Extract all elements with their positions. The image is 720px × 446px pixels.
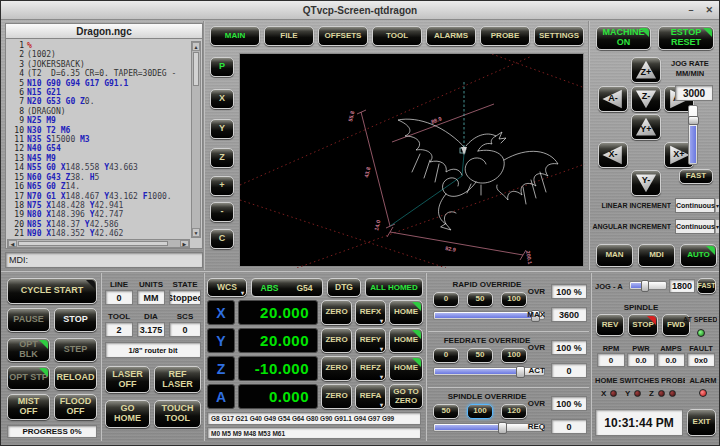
preview-zoom-in-button[interactable]: + (210, 176, 234, 196)
close-button[interactable]: ✕ (705, 5, 713, 15)
scroll-down-icon[interactable]: ▼ (192, 228, 200, 237)
scroll-thumb[interactable] (18, 241, 168, 246)
home-y-button[interactable]: HOME (389, 328, 423, 353)
jog-z-minus-button[interactable]: Z- (631, 86, 661, 112)
zero-a-button[interactable]: ZERO (321, 384, 352, 409)
goto-zero-button[interactable]: GO TO ZERO (389, 384, 423, 409)
angular-increment-select[interactable]: Continuous▾ (675, 219, 715, 234)
mode-mdi-button[interactable]: MDI (638, 244, 675, 267)
ref-y-button[interactable]: REFY▾ (355, 328, 386, 353)
jog-y-minus-button[interactable]: Y- (631, 170, 661, 196)
scroll-up-icon[interactable]: ▲ (192, 42, 200, 51)
program-step-button[interactable]: STEP (54, 338, 97, 362)
gcode-line-text: N85 X148.37 Y42.586 (27, 220, 119, 229)
zero-z-button[interactable]: ZERO (321, 356, 352, 381)
scroll-left-icon[interactable]: ◀ (8, 240, 17, 247)
dimension-lines (357, 104, 526, 260)
gcode-line-text: N80 X148.396 Y42.747 (27, 210, 123, 219)
gcode-vscrollbar[interactable]: ▲▼ (191, 41, 201, 238)
slider-handle[interactable] (498, 422, 507, 434)
dro-value-a: 0.000 (238, 384, 318, 409)
tab-main[interactable]: MAIN (210, 26, 260, 46)
gcode-lines[interactable]: 1%2(1002)3(JOKERSBACK)4(T2 D=6.35 CR=0. … (7, 41, 190, 238)
gcode-line-text: N60 G43 Z38. H5 (27, 173, 99, 182)
program-mist-off-button[interactable]: MIST OFF (7, 394, 50, 420)
jog-y-plus-button[interactable]: Y+ (631, 114, 661, 140)
preview-x-view-button[interactable]: X (210, 89, 234, 109)
mode-man-button[interactable]: MAN (596, 244, 633, 267)
program-pause-button[interactable]: PAUSE (7, 308, 50, 332)
jog-z-plus-button[interactable]: Z+ (631, 57, 661, 83)
override-ovr-value: 100 % (551, 340, 587, 355)
jog-a-slider[interactable] (629, 281, 667, 290)
program-opt-stp-button[interactable]: OPT STP (7, 366, 50, 390)
wcs-button[interactable]: WCS▾ (207, 278, 247, 297)
program-cycle-start-button[interactable]: CYCLE START (7, 278, 97, 304)
estop-reset-button[interactable]: ESTOP RESET (658, 26, 714, 50)
zero-x-button[interactable]: ZERO (321, 300, 352, 325)
gcode-line-number: 2 (7, 50, 24, 59)
zero-y-button[interactable]: ZERO (321, 328, 352, 353)
ref-label: REFA (360, 392, 381, 401)
status-touch-tool-button[interactable]: TOUCH TOOL (154, 400, 201, 428)
tab-alarms[interactable]: ALARMS (426, 26, 476, 46)
spindle-rev-button[interactable]: REV (596, 314, 624, 336)
tab-settings[interactable]: SETTINGS (534, 26, 584, 46)
mode-auto-button[interactable]: AUTO (680, 244, 717, 267)
program-opt-blk-button[interactable]: OPT BLK (7, 338, 50, 362)
override-btn-50[interactable]: 50 (467, 292, 493, 307)
slider-handle[interactable] (641, 280, 649, 292)
program-stop-button[interactable]: STOP (54, 308, 97, 332)
tab-offsets[interactable]: OFFSETS (318, 26, 368, 46)
override-btn-50[interactable]: 50 (467, 348, 493, 363)
override-btn-0[interactable]: 0 (433, 348, 459, 363)
divider (428, 330, 589, 332)
status-ref-laser-button[interactable]: REF LASER (154, 366, 201, 393)
preview-canvas[interactable]: 55.8 43.8 14.0 88.9 82.9 200.1 (239, 53, 584, 267)
slider-handle[interactable] (688, 116, 699, 125)
machine-on-button[interactable]: MACHINE ON (596, 26, 651, 50)
override-btn-100[interactable]: 100 (467, 404, 493, 419)
dtg-button[interactable]: DTG (327, 278, 361, 297)
tab-probe[interactable]: PROBE (480, 26, 530, 46)
tab-tool[interactable]: TOOL (372, 26, 422, 46)
field-label-scs: SCS (169, 312, 201, 321)
ref-x-button[interactable]: REFX▾ (355, 300, 386, 325)
override-btn-50[interactable]: 50 (433, 404, 459, 419)
jog-a-fast-button[interactable]: FAST (697, 278, 716, 294)
jog-rate-value[interactable]: 3000 (675, 85, 713, 101)
preview-y-view-button[interactable]: Y (210, 119, 234, 139)
preview-clear-button[interactable]: C (210, 229, 234, 249)
g54-label: G54 (287, 283, 322, 293)
preview-perspective-button[interactable]: P (210, 57, 234, 77)
tab-file[interactable]: FILE (264, 26, 314, 46)
abs-label: ABS (252, 283, 287, 293)
jog-x-minus-button[interactable]: X- (598, 142, 628, 168)
status-go-home-button[interactable]: GO HOME (105, 400, 150, 428)
spindle-stop-button[interactable]: STOP (628, 314, 658, 336)
ref-z-button[interactable]: REFZ▾ (355, 356, 386, 381)
jog-fast-button[interactable]: FAST (679, 169, 713, 184)
preview-zoom-out-button[interactable]: - (210, 202, 234, 222)
preview-z-view-button[interactable]: Z (210, 148, 234, 168)
home-x-button[interactable]: HOME (389, 300, 423, 325)
jog-a-minus-button[interactable]: A- (598, 86, 628, 112)
status-laser-off-button[interactable]: LASER OFF (105, 366, 150, 393)
scroll-thumb[interactable] (193, 52, 199, 86)
minimize-button[interactable]: – (688, 5, 693, 15)
jog-rate-slider[interactable] (688, 105, 698, 165)
override-btn-0[interactable]: 0 (433, 292, 459, 307)
program-reload-button[interactable]: RELOAD (54, 366, 97, 390)
program-flood-off-button[interactable]: FLOOD OFF (54, 394, 97, 420)
ref-a-button[interactable]: REFA▾ (355, 384, 386, 409)
gcode-hscrollbar[interactable]: ◀▶ (7, 239, 190, 248)
jog-a-value[interactable]: 1800 (669, 279, 695, 293)
home-z-button[interactable]: HOME (389, 356, 423, 381)
mdi-input[interactable]: MDI: (5, 252, 203, 268)
exit-button[interactable]: EXIT (687, 409, 716, 436)
dim-label: 14.0 (373, 219, 381, 231)
linear-increment-select[interactable]: Continuous▾ (675, 198, 715, 213)
override-max-value: 3600 (551, 307, 587, 322)
mdi-label: MDI: (9, 255, 28, 265)
scroll-right-icon[interactable]: ▶ (180, 240, 189, 247)
